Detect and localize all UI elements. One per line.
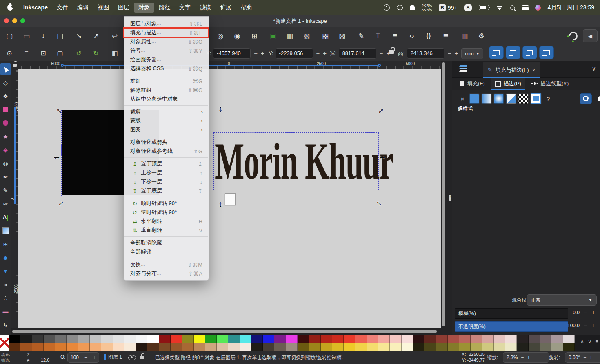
- blend-mode-dropdown[interactable]: 正常▼: [527, 294, 597, 306]
- menu-item-全部解锁[interactable]: 全部解锁: [124, 247, 209, 256]
- palette-swatch[interactable]: [194, 335, 205, 343]
- selector-tool[interactable]: [0, 63, 11, 75]
- menu-item-绘画服务器[interactable]: 绘画服务器...: [124, 55, 209, 64]
- palette-swatch[interactable]: [459, 335, 471, 343]
- menu-item-对象转化成箭头[interactable]: 对象转化成箭头: [124, 138, 209, 147]
- palette-swatch[interactable]: [309, 335, 320, 343]
- folder-open-icon[interactable]: ▭: [20, 30, 33, 42]
- toggle-bbox-button[interactable]: ▢: [54, 48, 66, 58]
- layer-visibility-icon[interactable]: [128, 355, 136, 360]
- opacity-minus-button[interactable]: −: [584, 322, 587, 329]
- palette-swatch[interactable]: [505, 343, 517, 351]
- canvas[interactable]: Morin Khuur ↔↕↔↔↔↔↕↔: [18, 69, 441, 328]
- rotation-minus-icon[interactable]: −: [583, 355, 586, 360]
- fill-stroke-dialog-icon[interactable]: ✎: [355, 30, 367, 42]
- palette-swatch[interactable]: [298, 343, 309, 351]
- calligraphy-tool[interactable]: ✑: [0, 197, 11, 210]
- palette-swatch[interactable]: [413, 343, 424, 351]
- x-minus-button[interactable]: −: [252, 50, 259, 57]
- palette-swatch[interactable]: [424, 335, 436, 343]
- y-input[interactable]: -2239.056: [276, 48, 313, 59]
- print-icon[interactable]: ▤: [54, 30, 66, 42]
- palette-swatch[interactable]: [205, 343, 217, 351]
- horizontal-scrollbar[interactable]: [11, 329, 446, 334]
- menu-item-上移一层[interactable]: ↑上移一层↑: [124, 168, 209, 177]
- palette-swatch[interactable]: [482, 335, 494, 343]
- close-button[interactable]: [4, 18, 9, 23]
- subtab-stroke[interactable]: 描边(P): [491, 78, 525, 90]
- palette-swatch[interactable]: [136, 343, 147, 351]
- palette-swatch[interactable]: [194, 343, 205, 351]
- handle-sw-icon[interactable]: ↔: [53, 196, 67, 210]
- text-dialog-icon[interactable]: T: [372, 30, 384, 42]
- clock-icon[interactable]: [384, 4, 390, 11]
- chat-icon[interactable]: [397, 5, 403, 10]
- menubar-item-路径[interactable]: 路径: [154, 3, 175, 13]
- palette-swatch[interactable]: [413, 335, 424, 343]
- unit-dropdown[interactable]: mm▼: [461, 48, 483, 59]
- paint-bucket-tool[interactable]: ▼: [0, 265, 11, 277]
- palette-swatch[interactable]: [344, 335, 355, 343]
- menu-item-符号[interactable]: 符号...⇧⌘Y: [124, 46, 209, 55]
- duplicate-icon[interactable]: ▣: [267, 30, 279, 42]
- flip-horizontal-button[interactable]: ◧: [109, 48, 121, 58]
- palette-swatch[interactable]: [517, 343, 528, 351]
- stroke-indicator-value[interactable]: ≠: [27, 357, 29, 362]
- tweak-tool[interactable]: ≈: [0, 278, 11, 291]
- menu-item-从组中分离选中对象[interactable]: 从组中分离选中对象: [124, 95, 209, 104]
- palette-swatch[interactable]: [90, 335, 101, 343]
- export-icon[interactable]: ↗: [90, 30, 102, 42]
- network-speed[interactable]: 2KB/s3KB/s: [422, 4, 432, 12]
- x-input[interactable]: -4557.940: [213, 48, 251, 59]
- menubar-item-文字[interactable]: 文字: [175, 3, 195, 13]
- opacity-value[interactable]: 100.0: [567, 323, 580, 329]
- zoom-page-icon[interactable]: ◉: [231, 30, 243, 42]
- node-editor-tool[interactable]: ◇: [0, 76, 11, 89]
- mesh-gradient-tool[interactable]: ⊞: [0, 238, 11, 250]
- preferences-icon[interactable]: ⚙: [475, 30, 487, 42]
- menu-item-对象转化成参考线[interactable]: 对象转化成参考线⇧G: [124, 147, 209, 156]
- menu-item-图层与对象[interactable]: 图层与对象...⇧⌘L: [124, 19, 209, 28]
- palette-swatch[interactable]: [424, 343, 436, 351]
- s-app-icon[interactable]: S: [464, 4, 472, 11]
- collapse-panel-button[interactable]: ◀: [583, 29, 598, 42]
- menu-item-置于底层[interactable]: ↧置于底层↧: [124, 186, 209, 195]
- opacity-plus-icon[interactable]: +: [93, 355, 96, 360]
- pen-tool[interactable]: ✒: [0, 170, 11, 183]
- deselect-button[interactable]: ⊡: [37, 48, 49, 58]
- document-new-icon[interactable]: ▢: [3, 30, 16, 42]
- palette-swatch[interactable]: [390, 335, 401, 343]
- menu-item-对齐与分布[interactable]: 对齐与分布...⇧⌘A: [124, 269, 209, 278]
- menu-item-置于顶层[interactable]: ↥置于顶层↥: [124, 159, 209, 168]
- palette-swatch[interactable]: [171, 343, 182, 351]
- palette-swatch[interactable]: [378, 343, 390, 351]
- linear-gradient-button[interactable]: [482, 94, 491, 104]
- text-tool[interactable]: A|: [0, 211, 11, 223]
- eraser-tool[interactable]: ▬: [0, 305, 11, 318]
- layer-lock-icon[interactable]: [140, 356, 144, 359]
- import-icon[interactable]: ↘: [73, 30, 85, 42]
- palette-swatch[interactable]: [67, 343, 78, 351]
- horizontal-ruler[interactable]: -5000025005000: [18, 61, 441, 69]
- spiral-tool[interactable]: ◎: [0, 157, 11, 170]
- palette-swatch[interactable]: [402, 343, 413, 351]
- palette-swatch[interactable]: [263, 335, 274, 343]
- star-tool[interactable]: ★: [0, 130, 11, 143]
- layers-dialog-icon[interactable]: ≡: [389, 30, 401, 42]
- menu-item-逆时针旋转 90°[interactable]: ↺逆时针旋转 90°: [124, 208, 209, 217]
- menu-item-选择器和 CSS[interactable]: 选择器和 CSS⇧⌘Q: [124, 64, 209, 73]
- palette-swatch[interactable]: [32, 335, 44, 343]
- notification-count[interactable]: 99+: [448, 4, 458, 11]
- menu-item-填充与描边[interactable]: 填充与描边...⇧⌘F: [124, 28, 209, 37]
- group-icon[interactable]: ▩: [319, 30, 331, 42]
- palette-swatch[interactable]: [251, 335, 263, 343]
- menubar-item-文件[interactable]: 文件: [52, 3, 73, 13]
- menu-item-水平翻转[interactable]: ⇄水平翻转H: [124, 217, 209, 226]
- palette-swatch[interactable]: [101, 343, 113, 351]
- zoom-minus-icon[interactable]: −: [521, 355, 524, 360]
- palette-swatch[interactable]: [321, 335, 332, 343]
- menu-item-蒙版[interactable]: 蒙版›: [124, 116, 209, 125]
- menu-item-垂直翻转[interactable]: ⇅垂直翻转V: [124, 226, 209, 235]
- spray-tool[interactable]: ∴: [0, 291, 11, 304]
- menu-item-变换[interactable]: 变换...⇧⌘M: [124, 260, 209, 269]
